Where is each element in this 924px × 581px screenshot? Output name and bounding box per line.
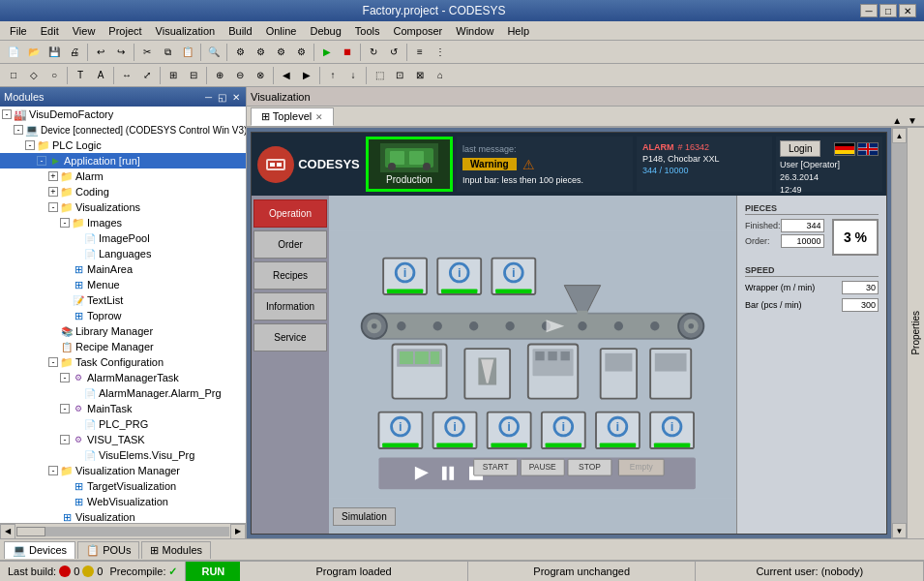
tab-pous[interactable]: 📋 POUs: [77, 541, 139, 559]
tree-node-images[interactable]: - 📁 Images: [0, 215, 246, 230]
properties-label[interactable]: Properties: [909, 305, 923, 361]
expand-icon[interactable]: -: [60, 404, 70, 413]
tb-btn5[interactable]: ⚙: [230, 43, 250, 62]
vis-tb11[interactable]: ⊖: [230, 66, 250, 85]
undock-icon[interactable]: ◱: [216, 92, 228, 103]
menu-project[interactable]: Project: [103, 24, 147, 38]
german-flag[interactable]: [834, 142, 855, 156]
print-button[interactable]: 🖨: [65, 43, 84, 62]
tb-btn11[interactable]: ≡: [410, 43, 430, 62]
menu-tools[interactable]: Tools: [349, 24, 386, 38]
tree-node-alarmtask[interactable]: - ⚙ AlarmManagerTask: [0, 370, 246, 385]
vis-tb2[interactable]: ◇: [24, 66, 44, 85]
expand-icon[interactable]: -: [60, 435, 70, 444]
tb-btn8[interactable]: ⚙: [291, 43, 311, 62]
login-button[interactable]: Login: [780, 140, 820, 157]
vis-tb1[interactable]: □: [4, 66, 23, 85]
vis-tb10[interactable]: ⊕: [210, 66, 229, 85]
menu-window[interactable]: Window: [450, 24, 499, 38]
uk-flag[interactable]: [857, 142, 879, 156]
menu-visualization[interactable]: Visualization: [150, 24, 222, 38]
scroll-down[interactable]: ▼: [892, 523, 907, 538]
expand-icon[interactable]: -: [48, 357, 58, 367]
order-btn[interactable]: Order: [253, 230, 327, 259]
hscroll-track[interactable]: [16, 527, 229, 536]
tree-node-languages[interactable]: 📄 Languages: [0, 246, 246, 261]
pin-icon[interactable]: ─: [203, 92, 214, 103]
operation-btn[interactable]: Operation: [253, 199, 327, 228]
expand-icon[interactable]: -: [48, 202, 58, 212]
vis-tb7[interactable]: ⤢: [137, 66, 157, 85]
expand-icon[interactable]: -: [37, 156, 46, 166]
stop-run-button[interactable]: ⏹: [338, 43, 357, 62]
vis-tb18[interactable]: ⊡: [390, 66, 409, 85]
tb-btn7[interactable]: ⚙: [271, 43, 290, 62]
expand-icon[interactable]: -: [60, 373, 70, 382]
tb-btn12[interactable]: ⋮: [431, 43, 450, 62]
menu-build[interactable]: Build: [223, 24, 257, 38]
vis-tb3[interactable]: ○: [45, 66, 64, 85]
vis-tb15[interactable]: ↑: [323, 66, 343, 85]
tree-node-vismgr[interactable]: - 📁 Visualization Manager: [0, 463, 246, 478]
save-button[interactable]: 💾: [45, 43, 64, 62]
undo-button[interactable]: ↩: [91, 43, 110, 62]
menu-online[interactable]: Online: [260, 24, 303, 38]
hscroll-thumb[interactable]: [16, 527, 45, 536]
tb-btn6[interactable]: ⚙: [251, 43, 270, 62]
scroll-up[interactable]: ▲: [892, 128, 907, 143]
scroll-track[interactable]: [892, 143, 907, 523]
production-button[interactable]: Production: [366, 137, 453, 192]
vis-tb16[interactable]: ↓: [343, 66, 363, 85]
tree-node-application[interactable]: - ▶ Application [run]: [0, 153, 246, 168]
bar-input[interactable]: [842, 298, 879, 312]
tree-node-visualization[interactable]: ⊞ Visualization: [0, 509, 246, 523]
tree-node-alarm[interactable]: + 📁 Alarm: [0, 168, 246, 184]
menu-composer[interactable]: Composer: [388, 24, 449, 38]
vis-tb20[interactable]: ⌂: [431, 66, 450, 85]
tree-node-imagepool[interactable]: 📄 ImagePool: [0, 230, 246, 246]
tab-close-icon[interactable]: ✕: [315, 112, 323, 122]
close-panel-icon[interactable]: ✕: [230, 92, 242, 103]
tree-node-alarmprg[interactable]: 📄 AlarmManager.Alarm_Prg: [0, 385, 246, 401]
tab-toplevel[interactable]: ⊞ Toplevel ✕: [251, 107, 334, 126]
scroll-up-btn[interactable]: ▲: [889, 115, 905, 126]
menu-edit[interactable]: Edit: [35, 24, 65, 38]
vis-tb8[interactable]: ⊞: [164, 66, 183, 85]
tree-node-menue[interactable]: ⊞ Menue: [0, 277, 246, 292]
open-button[interactable]: 📂: [24, 43, 44, 62]
menu-view[interactable]: View: [67, 24, 102, 38]
vis-tb9[interactable]: ⊟: [184, 66, 203, 85]
vis-tb5[interactable]: A: [91, 66, 110, 85]
find-button[interactable]: 🔍: [204, 43, 224, 62]
tb-btn9[interactable]: ↻: [364, 43, 383, 62]
wrapper-input[interactable]: [842, 281, 879, 294]
tree-node-visudemo[interactable]: - 🏭 VisuDemoFactory: [0, 107, 246, 122]
tb-btn10[interactable]: ↺: [384, 43, 403, 62]
vis-tb13[interactable]: ◀: [277, 66, 296, 85]
hscroll-right[interactable]: ▶: [230, 524, 246, 539]
tab-modules[interactable]: ⊞ Modules: [141, 541, 211, 559]
minimize-button[interactable]: ─: [860, 4, 878, 17]
vis-tb17[interactable]: ⬚: [370, 66, 389, 85]
menu-file[interactable]: File: [4, 24, 33, 38]
tree-node-toprow[interactable]: ⊞ Toprow: [0, 308, 246, 323]
new-button[interactable]: 📄: [4, 43, 23, 62]
paste-button[interactable]: 📋: [178, 43, 197, 62]
cut-button[interactable]: ✂: [137, 43, 157, 62]
copy-button[interactable]: ⧉: [158, 43, 177, 62]
menu-help[interactable]: Help: [501, 24, 535, 38]
tree-node-libmgr[interactable]: 📚 Library Manager: [0, 323, 246, 339]
tab-devices[interactable]: 💻 Devices: [4, 541, 75, 559]
expand-icon[interactable]: -: [14, 125, 23, 135]
close-button[interactable]: ✕: [899, 4, 916, 17]
tree-node-webvis[interactable]: ⊞ WebVisualization: [0, 494, 246, 509]
expand-icon[interactable]: -: [60, 218, 70, 228]
expand-icon[interactable]: -: [48, 466, 58, 475]
finished-input[interactable]: [781, 219, 824, 232]
redo-button[interactable]: ↪: [111, 43, 131, 62]
vis-tb12[interactable]: ⊗: [251, 66, 270, 85]
simulation-button[interactable]: Simulation: [333, 507, 396, 526]
tree-node-visualizations[interactable]: - 📁 Visualizations: [0, 199, 246, 215]
menu-debug[interactable]: Debug: [304, 24, 346, 38]
tree-node-taskconfig[interactable]: - 📁 Task Configuration: [0, 354, 246, 370]
